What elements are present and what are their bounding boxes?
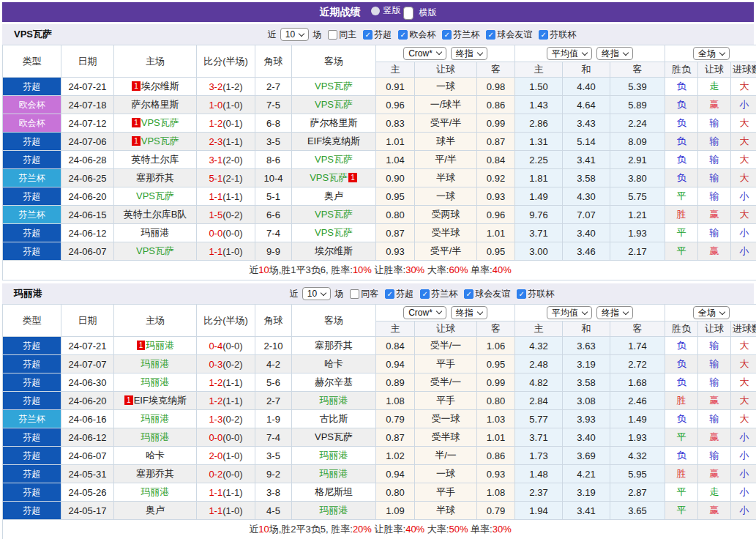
odds-select-2-0[interactable]: 全场 <box>693 306 730 319</box>
team-name-home: EIF埃克纳斯 <box>134 395 187 406</box>
average-odds-cell: 3.19 <box>563 483 610 502</box>
summary-text: 40% <box>493 264 512 275</box>
column-header: 角球 <box>255 45 292 78</box>
halftime-score: (0-0) <box>222 228 242 239</box>
summary-text: 单率: <box>468 524 492 535</box>
league-label: 芬超 <box>396 288 413 300</box>
league-checkbox[interactable]: ✓ <box>464 289 474 299</box>
odds-select-1-0[interactable]: 平均值 <box>547 306 592 319</box>
average-odds-cell: 2.25 <box>515 151 563 169</box>
team-cell-away: 奥卢 <box>292 187 376 206</box>
corners-cell: 6-6 <box>255 206 292 224</box>
odds-select-0-0[interactable]: Crow* <box>403 47 446 60</box>
radio-icon <box>371 7 380 15</box>
average-odds-cell: 1.43 <box>515 96 563 114</box>
team-cell-away: VPS瓦萨 <box>292 78 376 96</box>
result-goals-cell: 大 <box>731 392 756 410</box>
team-cell-home: 奥卢 <box>114 502 197 520</box>
result-handicap-cell: 走 <box>698 78 731 96</box>
team-cell-away: 赫尔辛基 <box>292 373 376 392</box>
result-handicap-cell: 输 <box>698 187 731 206</box>
summary-text: 单率: <box>468 264 492 275</box>
average-odds-cell: 4.32 <box>610 447 665 465</box>
league-checkbox[interactable]: ✓ <box>517 289 526 299</box>
result-goals-cell: 大 <box>731 133 756 151</box>
team-cell-away: VPS瓦萨 <box>292 151 376 169</box>
view-radio-horizontal[interactable]: 横版 <box>401 7 437 20</box>
result-wdl-cell: 负 <box>665 355 698 373</box>
odds-select-0-1[interactable]: 终指 <box>451 306 487 319</box>
halftime-score: (1-2) <box>222 81 242 92</box>
odds-select-1-0[interactable]: 平均值 <box>547 47 592 60</box>
odds-select-1-1[interactable]: 终指 <box>596 306 633 319</box>
team-name-away: 玛丽港 <box>320 395 348 406</box>
crow-odds-cell: 受半/一 <box>415 373 477 392</box>
average-odds-cell: 2.87 <box>610 483 665 502</box>
crow-odds-cell: 1.08 <box>477 483 515 502</box>
league-checkbox[interactable]: ✓ <box>486 30 495 40</box>
league-checkbox[interactable]: ✓ <box>385 289 394 299</box>
near-count-select[interactable]: 10 <box>302 287 331 300</box>
average-odds-cell: 3.93 <box>563 410 610 428</box>
crow-odds-cell: 受半/一 <box>415 337 477 355</box>
crow-odds-cell: 平手 <box>415 355 477 373</box>
summary-cell: 近10场,胜1平3负6, 胜率:10% 让胜率:30% 大率:60% 单率:40… <box>3 261 756 280</box>
select-value: Crow* <box>408 48 433 59</box>
team-name-away: 格尼斯坦 <box>315 486 353 497</box>
crow-odds-cell: 0.87 <box>376 224 415 242</box>
crow-odds-cell: 0.95 <box>376 187 415 206</box>
date-cell: 24-07-21 <box>61 337 114 355</box>
corners-cell: 10-4 <box>255 169 292 187</box>
odds-column-header: 和 <box>563 321 610 337</box>
team-name-home: 玛丽港 <box>141 376 170 387</box>
same-venue-checkbox[interactable] <box>350 289 359 299</box>
view-radio-vertical[interactable]: 竖版 <box>371 4 401 17</box>
result-wdl-cell: 平 <box>665 224 698 242</box>
score-cell: 3-1(2-0) <box>197 151 255 169</box>
fulltime-score: 1-2 <box>209 118 222 129</box>
column-header: 客场 <box>292 305 376 337</box>
table-row: 芬超24-06-07哈卡2-0(1-0)3-5玛丽港1.02半/一0.861.7… <box>3 447 756 465</box>
fulltime-score: 1-0 <box>209 100 222 111</box>
result-goals-cell: 大 <box>731 78 756 96</box>
odds-select-2-0[interactable]: 全场 <box>693 47 730 60</box>
league-checkbox[interactable]: ✓ <box>398 30 408 40</box>
crow-odds-cell: 受一球 <box>415 410 477 428</box>
team-name-home: 英特土尔库 <box>132 154 179 165</box>
team-name-home: 哈卡 <box>146 450 165 461</box>
result-goals-cell: 小 <box>731 428 756 447</box>
average-odds-cell: 1.48 <box>515 465 563 483</box>
average-odds-cell: 3.08 <box>563 392 610 410</box>
near-count-select[interactable]: 10 <box>280 28 309 41</box>
result-handicap-cell: 赢 <box>698 96 731 114</box>
average-odds-cell: 3.69 <box>563 447 610 465</box>
result-wdl-cell: 胜 <box>665 392 698 410</box>
team-cell-home: 塞那乔其 <box>114 169 197 187</box>
corners-cell: 3-5 <box>255 447 292 465</box>
odds-select-0-1[interactable]: 终指 <box>451 47 487 60</box>
team-name-away: 玛丽港 <box>320 468 348 479</box>
odds-select-0-0[interactable]: Crow* <box>403 306 446 319</box>
odds-select-1-1[interactable]: 终指 <box>596 47 633 60</box>
league-checkbox[interactable]: ✓ <box>539 30 548 40</box>
corners-cell: 3-8 <box>255 483 292 502</box>
crow-odds-cell: 0.93 <box>376 242 415 261</box>
column-header: 类型 <box>3 45 61 78</box>
halftime-score: (1-0) <box>222 246 242 257</box>
fulltime-score: 1-1 <box>209 505 222 516</box>
average-odds-cell: 3.58 <box>563 169 610 187</box>
result-goals-cell: 大 <box>731 410 756 428</box>
select-value: 平均值 <box>552 307 578 319</box>
same-venue-checkbox[interactable] <box>328 30 337 40</box>
select-value: 终指 <box>602 307 619 319</box>
league-checkbox[interactable]: ✓ <box>420 289 430 299</box>
result-handicap-cell: 输 <box>698 169 731 187</box>
table-row: 芬超24-07-07玛丽港0-3(0-2)4-2哈卡0.94平手0.952.48… <box>3 355 756 373</box>
league-checkbox[interactable]: ✓ <box>442 30 452 40</box>
match-type-cell: 芬兰杯 <box>3 169 61 187</box>
team-cell-away: 玛丽港 <box>292 392 376 410</box>
halftime-score: (0-2) <box>222 359 242 370</box>
league-checkbox[interactable]: ✓ <box>363 30 373 40</box>
average-odds-cell: 3.00 <box>515 242 563 261</box>
team-cell-away: VPS瓦萨1 <box>292 169 376 187</box>
